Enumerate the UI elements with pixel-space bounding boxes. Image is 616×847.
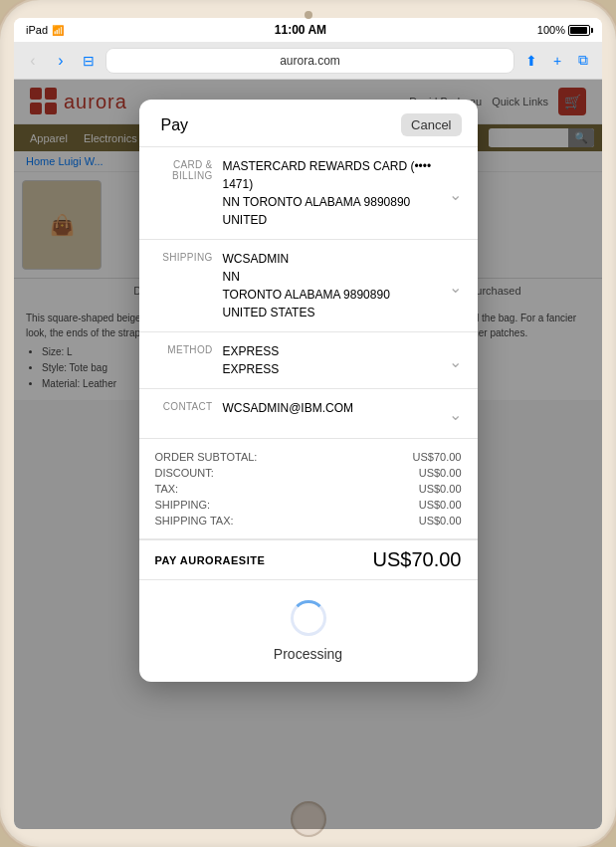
device-label: iPad	[26, 24, 48, 36]
card-billing-label: CARD & BILLING	[155, 157, 223, 181]
method-value: EXPRESS EXPRESS	[223, 342, 441, 378]
method-label: METHOD	[155, 342, 223, 355]
browser-bar: ‹ › ⊟ aurora.com ⬆ + ⧉	[14, 42, 602, 80]
forward-button[interactable]: ›	[50, 50, 72, 72]
address-text: aurora.com	[280, 54, 340, 68]
method-line1: EXPRESS	[223, 342, 441, 360]
battery-icon	[568, 25, 590, 36]
address-bar[interactable]: aurora.com	[105, 48, 514, 74]
new-tab-button[interactable]: +	[546, 50, 568, 72]
back-button[interactable]: ‹	[22, 50, 44, 72]
shipping-value: WCSADMIN NN TORONTO ALABAMA 9890890 UNIT…	[223, 250, 441, 321]
status-left: iPad 📶	[26, 24, 64, 36]
shipping-tax-row: SHIPPING TAX: US$0.00	[155, 513, 462, 529]
shipping-cost-row: SHIPPING: US$0.00	[155, 497, 462, 513]
discount-label: DISCOUNT:	[155, 467, 214, 479]
tax-value: US$0.00	[419, 483, 462, 495]
processing-section: Processing	[139, 579, 478, 682]
share-button[interactable]: ⬆	[520, 50, 542, 72]
ipad-screen: iPad 📶 11:00 AM 100% ‹ › ⊟ aurora.com ⬆ …	[14, 18, 602, 829]
card-billing-value: MASTERCARD REWARDS CARD (•••• 1471) NN T…	[223, 157, 441, 229]
ipad-frame: iPad 📶 11:00 AM 100% ‹ › ⊟ aurora.com ⬆ …	[0, 0, 616, 847]
shipping-chevron-icon: ⌄	[441, 276, 462, 297]
card-billing-row[interactable]: CARD & BILLING MASTERCARD REWARDS CARD (…	[139, 147, 478, 240]
card-chevron-icon: ⌄	[441, 183, 462, 204]
contact-chevron-icon: ⌄	[441, 403, 462, 424]
status-time: 11:00 AM	[275, 23, 326, 37]
modal-title: Pay	[161, 116, 189, 134]
apple-pay-modal: Pay Cancel CARD & BILLING MASTERCARD REW…	[139, 100, 478, 682]
status-bar: iPad 📶 11:00 AM 100%	[14, 18, 602, 42]
apple-pay-title: Pay	[155, 116, 189, 134]
method-chevron-icon: ⌄	[441, 350, 462, 371]
totals-section: ORDER SUBTOTAL: US$70.00 DISCOUNT: US$0.…	[139, 439, 478, 539]
status-right: 100%	[537, 24, 590, 36]
cancel-button[interactable]: Cancel	[401, 113, 461, 136]
pay-row: PAY AURORAESITE US$70.00	[139, 539, 478, 579]
battery-percent: 100%	[537, 24, 565, 36]
pay-label: PAY AURORAESITE	[155, 554, 266, 566]
card-number: MASTERCARD REWARDS CARD (•••• 1471)	[223, 157, 441, 193]
modal-header: Pay Cancel	[139, 100, 478, 147]
shipping-row[interactable]: SHIPPING WCSADMIN NN TORONTO ALABAMA 989…	[139, 240, 478, 332]
discount-row: DISCOUNT: US$0.00	[155, 465, 462, 481]
contact-value: WCSADMIN@IBM.COM	[223, 399, 441, 417]
shipping-label: SHIPPING	[155, 250, 223, 263]
shipping-country: UNITED STATES	[223, 304, 441, 321]
bookmark-button[interactable]: ⊟	[78, 50, 100, 72]
discount-value: US$0.00	[419, 467, 462, 479]
shipping-cost-value: US$0.00	[419, 499, 462, 511]
camera-dot	[305, 11, 312, 19]
processing-text: Processing	[274, 646, 342, 662]
method-line2: EXPRESS	[223, 360, 441, 378]
shipping-cost-label: SHIPPING:	[155, 499, 211, 511]
browser-actions: ⬆ + ⧉	[520, 50, 594, 72]
shipping-tax-value: US$0.00	[419, 515, 462, 527]
shipping-tax-label: SHIPPING TAX:	[155, 515, 234, 527]
tax-row: TAX: US$0.00	[155, 481, 462, 497]
tax-label: TAX:	[155, 483, 179, 495]
modal-overlay: Pay Cancel CARD & BILLING MASTERCARD REW…	[14, 80, 602, 829]
billing-address: NN TORONTO ALABAMA 9890890 UNITED	[223, 193, 441, 229]
battery-fill	[570, 27, 587, 34]
subtotal-label: ORDER SUBTOTAL:	[155, 451, 258, 463]
subtotal-row: ORDER SUBTOTAL: US$70.00	[155, 449, 462, 465]
method-row[interactable]: METHOD EXPRESS EXPRESS ⌄	[139, 332, 478, 389]
processing-spinner	[291, 600, 326, 636]
contact-row[interactable]: CONTACT WCSADMIN@IBM.COM ⌄	[139, 389, 478, 439]
shipping-line2: NN	[223, 268, 441, 286]
shipping-name: WCSADMIN	[223, 250, 441, 268]
subtotal-value: US$70.00	[413, 451, 462, 463]
shipping-city: TORONTO ALABAMA 9890890	[223, 286, 441, 304]
tabs-button[interactable]: ⧉	[572, 50, 594, 72]
pay-amount: US$70.00	[373, 548, 462, 571]
contact-label: CONTACT	[155, 399, 223, 412]
website-content: aurora David Budreau Quick Links 🛒 Appar…	[14, 80, 602, 829]
wifi-icon: 📶	[52, 25, 64, 36]
